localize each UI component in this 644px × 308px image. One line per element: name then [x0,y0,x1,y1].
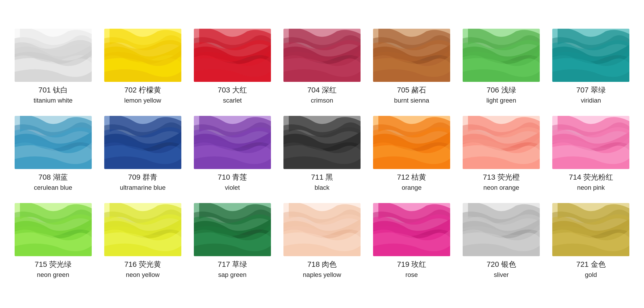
english-label-709: ultramarine blue [120,183,166,192]
label-709: 709 群青ultramarine blue [120,172,166,192]
color-item-701: 701 钛白titanium white [11,29,95,105]
english-label-718: naples yellow [303,270,341,280]
color-item-711: 711 黑black [280,116,364,192]
english-label-707: viridian [576,96,606,105]
color-item-717: 717 草绿sap green [190,203,274,280]
chinese-label-713: 713 荧光橙 [483,172,520,183]
swatch-709 [104,116,181,169]
label-704: 704 深红crimson [307,85,337,105]
chinese-label-720: 720 银色 [487,259,516,270]
label-706: 706 浅绿light green [486,85,516,105]
swatch-706 [463,29,540,82]
label-710: 710 青莲violet [218,172,247,192]
chinese-label-701: 701 钛白 [34,85,73,96]
swatch-714 [552,116,629,169]
swatch-720 [463,203,540,256]
label-705: 705 赭石burnt sienna [394,85,429,105]
label-702: 702 柠檬黄lemon yellow [124,85,161,105]
english-label-706: light green [486,96,516,105]
english-label-720: sliver [487,270,516,280]
english-label-704: crimson [307,96,337,105]
english-label-713: neon orange [483,183,520,192]
color-item-712: 712 桔黄orange [370,116,454,192]
label-713: 713 荧光橙neon orange [483,172,520,192]
chinese-label-710: 710 青莲 [218,172,247,183]
label-708: 708 湖蓝cerulean blue [34,172,72,192]
chinese-label-711: 711 黑 [311,172,333,183]
chinese-label-704: 704 深红 [307,85,337,96]
color-item-703: 703 大红scarlet [190,29,274,105]
label-701: 701 钛白titanium white [34,85,73,105]
english-label-711: black [311,183,333,192]
color-item-721: 721 金色gold [549,203,633,280]
color-item-718: 718 肉色naples yellow [280,203,364,280]
swatch-710 [194,116,271,169]
chinese-label-715: 715 荧光绿 [35,259,72,270]
chinese-label-721: 721 金色 [576,259,606,270]
english-label-712: orange [397,183,426,192]
english-label-703: scarlet [218,96,247,105]
label-721: 721 金色gold [576,259,606,280]
swatch-711 [283,116,361,169]
swatch-716 [104,203,181,256]
color-item-714: 714 荧光粉红neon pink [549,116,633,192]
label-714: 714 荧光粉红neon pink [569,172,613,192]
chinese-label-703: 703 大红 [218,85,247,96]
chinese-label-702: 702 柠檬黄 [124,85,161,96]
swatch-719 [373,203,450,256]
color-item-704: 704 深红crimson [280,29,364,105]
color-item-706: 706 浅绿light green [459,29,543,105]
english-label-710: violet [218,183,247,192]
chinese-label-712: 712 桔黄 [397,172,426,183]
label-715: 715 荧光绿neon green [35,259,72,280]
swatch-702 [104,29,181,82]
english-label-705: burnt sienna [394,96,429,105]
label-712: 712 桔黄orange [397,172,426,192]
swatch-713 [463,116,540,169]
english-label-717: sap green [218,270,247,280]
swatch-712 [373,116,450,169]
label-720: 720 银色sliver [487,259,516,280]
color-item-715: 715 荧光绿neon green [11,203,95,280]
english-label-708: cerulean blue [34,183,72,192]
chinese-label-706: 706 浅绿 [486,85,516,96]
english-label-716: neon yellow [124,270,161,280]
swatch-721 [552,203,629,256]
chinese-label-718: 718 肉色 [303,259,341,270]
swatch-718 [283,203,361,256]
color-item-720: 720 银色sliver [459,203,543,280]
chinese-label-716: 716 荧光黄 [124,259,161,270]
color-item-716: 716 荧光黄neon yellow [101,203,185,280]
color-item-707: 707 翠绿viridian [549,29,633,105]
english-label-715: neon green [35,270,72,280]
swatch-707 [552,29,629,82]
color-item-709: 709 群青ultramarine blue [101,116,185,192]
label-703: 703 大红scarlet [218,85,247,105]
swatch-708 [15,116,92,169]
label-711: 711 黑black [311,172,333,192]
swatch-701 [15,29,92,82]
label-716: 716 荧光黄neon yellow [124,259,161,280]
english-label-702: lemon yellow [124,96,161,105]
english-label-701: titanium white [34,96,73,105]
chinese-label-707: 707 翠绿 [576,85,606,96]
chinese-label-719: 719 玫红 [397,259,426,270]
color-item-702: 702 柠檬黄lemon yellow [101,29,185,105]
swatch-705 [373,29,450,82]
swatch-715 [15,203,92,256]
english-label-719: rose [397,270,426,280]
label-707: 707 翠绿viridian [576,85,606,105]
color-item-705: 705 赭石burnt sienna [370,29,454,105]
swatch-717 [194,203,271,256]
color-item-713: 713 荧光橙neon orange [459,116,543,192]
chinese-label-709: 709 群青 [120,172,166,183]
english-label-721: gold [576,270,606,280]
label-718: 718 肉色naples yellow [303,259,341,280]
english-label-714: neon pink [569,183,613,192]
color-item-719: 719 玫红rose [370,203,454,280]
swatch-704 [283,29,361,82]
label-717: 717 草绿sap green [218,259,247,280]
chinese-label-708: 708 湖蓝 [34,172,72,183]
label-719: 719 玫红rose [397,259,426,280]
chinese-label-717: 717 草绿 [218,259,247,270]
